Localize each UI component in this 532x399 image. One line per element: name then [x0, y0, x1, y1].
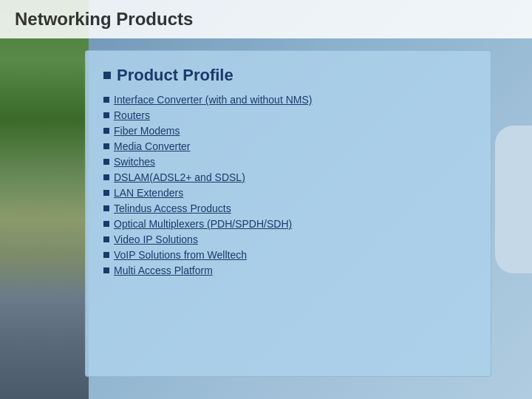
list-item-text[interactable]: Telindus Access Products	[114, 202, 231, 214]
list-item-text[interactable]: Switches	[114, 156, 155, 168]
list-item: VoIP Solutions from Welltech	[103, 249, 473, 261]
main-card: Product Profile Interface Converter (wit…	[85, 50, 491, 377]
list-item: Telindus Access Products	[103, 202, 473, 214]
list-item: Multi Access Platform	[103, 265, 473, 276]
list-bullet-icon	[103, 128, 109, 134]
list-item-text[interactable]: Media Converter	[114, 140, 191, 152]
items-list: Interface Converter (with and without NM…	[103, 94, 473, 276]
list-item-text[interactable]: Routers	[114, 109, 150, 121]
list-item-text[interactable]: VoIP Solutions from Welltech	[114, 249, 247, 261]
list-bullet-icon	[103, 205, 109, 211]
list-item-text[interactable]: DSLAM(ADSL2+ and SDSL)	[114, 171, 245, 183]
list-item: Interface Converter (with and without NM…	[103, 94, 473, 106]
list-bullet-icon	[103, 174, 109, 180]
list-item-text[interactable]: LAN Extenders	[114, 187, 183, 199]
list-item: Media Converter	[103, 140, 473, 152]
list-item: DSLAM(ADSL2+ and SDSL)	[103, 171, 473, 183]
list-bullet-icon	[103, 97, 109, 103]
left-image	[0, 0, 89, 399]
list-item: LAN Extenders	[103, 187, 473, 199]
page-title: Networking Products	[15, 9, 193, 30]
list-item: Optical Multiplexers (PDH/SPDH/SDH)	[103, 218, 473, 230]
list-item-text[interactable]: Fiber Modems	[114, 125, 180, 137]
list-item-text[interactable]: Optical Multiplexers (PDH/SPDH/SDH)	[114, 218, 292, 230]
product-profile-label: Product Profile	[117, 66, 233, 85]
list-item: Switches	[103, 156, 473, 168]
list-item-text[interactable]: Interface Converter (with and without NM…	[114, 94, 312, 106]
list-bullet-icon	[103, 143, 109, 149]
list-bullet-icon	[103, 221, 109, 227]
list-bullet-icon	[103, 190, 109, 196]
list-bullet-icon	[103, 267, 109, 273]
list-bullet-icon	[103, 236, 109, 242]
list-bullet-icon	[103, 159, 109, 165]
list-item-text[interactable]: Multi Access Platform	[114, 265, 213, 276]
product-profile-heading: Product Profile	[103, 66, 473, 85]
list-item: Video IP Solutions	[103, 233, 473, 245]
heading-bullet	[103, 72, 111, 79]
title-bar: Networking Products	[0, 0, 532, 38]
list-item: Fiber Modems	[103, 125, 473, 137]
right-curve	[495, 126, 532, 273]
list-item-text[interactable]: Video IP Solutions	[114, 233, 198, 245]
list-bullet-icon	[103, 112, 109, 118]
list-bullet-icon	[103, 252, 109, 258]
list-item: Routers	[103, 109, 473, 121]
